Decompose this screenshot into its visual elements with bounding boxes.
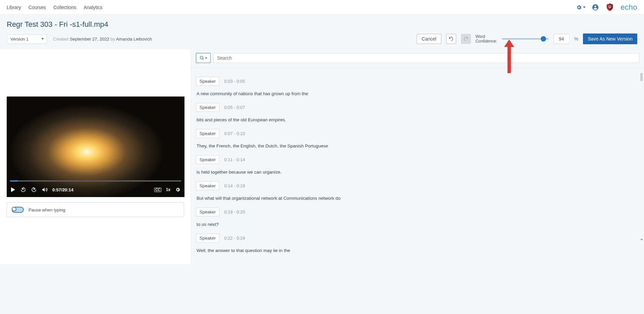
nav-analytics[interactable]: Analytics — [84, 5, 102, 10]
volume-button[interactable] — [42, 187, 48, 193]
skip-fwd-button[interactable] — [31, 187, 37, 193]
video-panel: 0:57/20:14 CC 1x Pause when typing — [0, 50, 191, 264]
percent-sign: % — [574, 36, 578, 42]
segment-time: 0:07 - 0:10 — [224, 131, 245, 136]
segment-text[interactable]: is held together because we can organize… — [196, 164, 639, 179]
account-icon — [592, 4, 599, 11]
segment-time: 0:19 - 0:20 — [224, 209, 245, 214]
segment-text[interactable]: They, the French, the English, the Dutch… — [196, 138, 639, 152]
cc-button[interactable]: CC — [154, 188, 161, 192]
speed-button[interactable]: 1x — [166, 187, 170, 192]
search-input[interactable] — [213, 53, 639, 63]
segment-time: 0:03 - 0:05 — [224, 79, 245, 84]
save-as-new-version-button[interactable]: Save As New Version — [583, 34, 637, 44]
echo-logo[interactable]: echo — [621, 3, 637, 12]
segment-text[interactable]: Well, the answer to that question may li… — [196, 243, 639, 256]
confidence-slider[interactable] — [502, 38, 549, 40]
svg-point-1 — [200, 56, 203, 59]
speaker-button[interactable]: Speaker — [196, 77, 219, 86]
institution-logo[interactable]: U — [605, 3, 614, 12]
segment-time: 0:11 - 0:14 — [224, 157, 245, 162]
gear-icon — [576, 4, 582, 10]
segment-text[interactable]: to us next? — [196, 216, 639, 231]
segment-time: 0:22 - 0:24 — [224, 236, 245, 241]
pause-label: Pause when typing — [29, 207, 65, 212]
search-mode-dropdown[interactable] — [196, 53, 211, 63]
speaker-button[interactable]: Speaker — [196, 181, 219, 190]
transcript-panel: Speaker0:03 - 0:05A new community of nat… — [191, 50, 644, 256]
speaker-button[interactable]: Speaker — [196, 103, 219, 112]
created-by-sep: by — [109, 37, 116, 42]
segment-time: 0:14 - 0:19 — [224, 183, 245, 188]
search-icon — [200, 56, 204, 60]
shield-icon: U — [605, 3, 614, 12]
skip-back-button[interactable] — [20, 187, 26, 193]
undo-button[interactable] — [446, 34, 456, 44]
created-date: September 27, 2022 — [70, 37, 109, 42]
progress-fill — [10, 180, 18, 182]
speaker-button[interactable]: Speaker — [196, 234, 219, 243]
version-dropdown[interactable]: Version 1 — [7, 34, 47, 44]
created-meta: Created September 27, 2022 by Amanda Lei… — [53, 37, 152, 42]
confidence-slider-wrap — [502, 38, 549, 40]
player-settings-button[interactable] — [175, 187, 180, 192]
svg-text:U: U — [608, 5, 611, 9]
nav-actions: U echo — [576, 3, 637, 12]
nav-library[interactable]: Library — [7, 5, 21, 10]
nav-collections[interactable]: Collections — [53, 5, 76, 10]
transcript-list[interactable]: Speaker0:03 - 0:05A new community of nat… — [191, 68, 644, 256]
video-time: 0:57/20:14 — [52, 187, 73, 192]
pause-toggle[interactable] — [12, 207, 24, 213]
redo-icon — [463, 36, 469, 42]
redo-button — [461, 34, 471, 44]
created-prefix: Created — [53, 37, 70, 42]
created-author: Amanda Leibovich — [116, 37, 152, 42]
segment-text[interactable]: But what will that organizational networ… — [196, 190, 639, 205]
video-controls: 0:57/20:14 CC 1x — [7, 182, 184, 197]
account-button[interactable] — [592, 4, 599, 11]
segment-text[interactable]: bits and pieces of the old European empi… — [196, 112, 639, 126]
page-title: Regr Test 303 - Fri -s1-full.mp4 — [7, 20, 637, 29]
skip-back-icon — [20, 187, 26, 193]
volume-icon — [42, 187, 48, 193]
segment-time: 0:05 - 0:07 — [224, 105, 245, 110]
top-nav: Library Courses Collections Analytics U … — [0, 0, 644, 15]
gear-icon — [175, 187, 180, 192]
toggle-knob — [12, 207, 16, 211]
caret-down-icon — [583, 6, 586, 9]
skip-fwd-icon — [31, 187, 37, 193]
settings-menu[interactable] — [576, 4, 586, 10]
speaker-button[interactable]: Speaker — [196, 207, 219, 216]
word-confidence-label: WordConfidence: — [476, 34, 497, 44]
nav-links: Library Courses Collections Analytics — [7, 5, 102, 10]
cancel-button[interactable]: Cancel — [417, 34, 441, 44]
video-player[interactable]: 0:57/20:14 CC 1x — [7, 97, 184, 197]
play-icon — [11, 187, 15, 192]
pause-when-typing: Pause when typing — [7, 202, 184, 217]
speaker-button[interactable]: Speaker — [196, 155, 219, 164]
undo-icon — [448, 36, 454, 42]
caret-down-icon — [205, 57, 207, 59]
video-frame — [7, 97, 184, 197]
confidence-input[interactable] — [553, 34, 570, 44]
video-progress[interactable] — [10, 180, 181, 182]
nav-courses[interactable]: Courses — [29, 5, 46, 10]
play-button[interactable] — [11, 187, 15, 192]
speaker-button[interactable]: Speaker — [196, 129, 219, 138]
segment-text[interactable]: A new community of nations that has grow… — [196, 86, 639, 100]
